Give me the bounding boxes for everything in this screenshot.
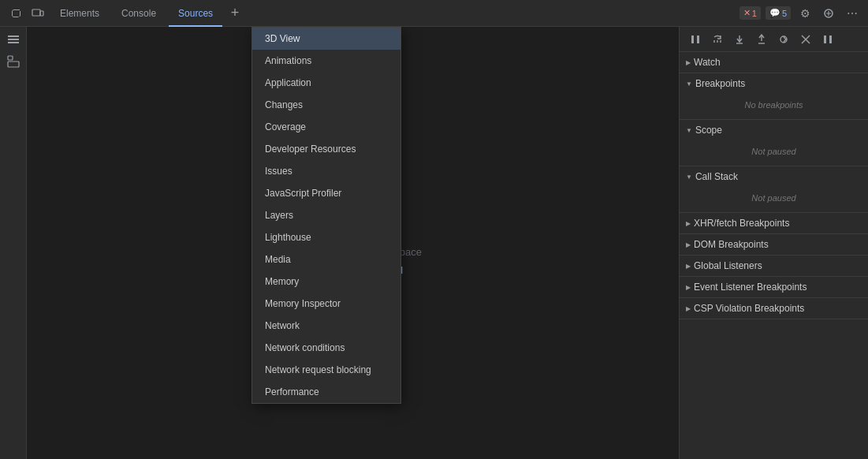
scope-content: Not paused — [680, 140, 868, 166]
debugger-toolbar — [680, 27, 868, 52]
event-arrow-icon: ▶ — [686, 284, 691, 291]
global-listeners-section: ▶ Global Listeners — [680, 256, 868, 277]
dropdown-item-network-request-blocking[interactable]: Network request blocking — [252, 359, 400, 381]
dropdown-item-developer-resources[interactable]: Developer Resources — [252, 138, 400, 160]
svg-rect-3 — [8, 35, 19, 37]
resume-icon[interactable] — [686, 30, 705, 49]
dropdown-item-issues[interactable]: Issues — [252, 160, 400, 182]
dropdown-item-coverage[interactable]: Coverage — [252, 116, 400, 138]
svg-rect-4 — [8, 39, 19, 40]
tab-elements[interactable]: Elements — [50, 0, 109, 27]
error-badge[interactable]: ✕ 1 — [739, 6, 761, 20]
breakpoints-content: No breakpoints — [680, 94, 868, 119]
svg-rect-5 — [8, 42, 19, 43]
step-out-icon[interactable] — [752, 30, 771, 49]
step-over-icon[interactable] — [708, 30, 727, 49]
breakpoints-arrow-icon: ▼ — [686, 80, 692, 88]
call-stack-header[interactable]: ▼ Call Stack — [680, 166, 868, 187]
pause-on-exceptions-icon[interactable] — [818, 30, 837, 49]
step-icon[interactable] — [774, 30, 793, 49]
dropdown-item-lighthouse[interactable]: Lighthouse — [252, 226, 400, 248]
dropdown-item-layers[interactable]: Layers — [252, 204, 400, 226]
dom-breakpoints-header[interactable]: ▶ DOM Breakpoints — [680, 234, 868, 255]
csp-label: CSP Violation Breakpoints — [694, 303, 804, 314]
scope-section: ▼ Scope Not paused — [680, 120, 868, 166]
global-arrow-icon: ▶ — [686, 263, 691, 270]
inspect-icon[interactable] — [6, 4, 25, 23]
top-toolbar: Elements Console Sources + ✕ 1 💬 5 ⚙ ⋯ — [0, 0, 868, 27]
dropdown-item-memory-inspector[interactable]: Memory Inspector — [252, 293, 400, 315]
dropdown-item-memory[interactable]: Memory — [252, 271, 400, 293]
event-label: Event Listener Breakpoints — [694, 282, 807, 293]
dropdown-item-media[interactable]: Media — [252, 248, 400, 271]
scope-header[interactable]: ▼ Scope — [680, 120, 868, 140]
step-into-icon[interactable] — [730, 30, 749, 49]
xhr-label: XHR/fetch Breakpoints — [694, 218, 789, 229]
dropdown-menu: 3D View Animations Application Changes C… — [251, 27, 401, 404]
dom-breakpoints-section: ▶ DOM Breakpoints — [680, 234, 868, 256]
call-stack-content: Not paused — [680, 187, 868, 212]
chat-icon: 💬 — [769, 8, 780, 18]
dropdown-item-network[interactable]: Network — [252, 315, 400, 337]
tab-console[interactable]: Console — [112, 0, 166, 27]
more-options-icon[interactable]: ⋯ — [843, 4, 862, 23]
dropdown-item-network-conditions[interactable]: Network conditions — [252, 337, 400, 359]
xhr-breakpoints-section: ▶ XHR/fetch Breakpoints — [680, 213, 868, 234]
call-stack-not-paused-text: Not paused — [692, 190, 855, 206]
watch-arrow-icon: ▶ — [686, 59, 691, 66]
xhr-breakpoints-header[interactable]: ▶ XHR/fetch Breakpoints — [680, 213, 868, 233]
xhr-arrow-icon: ▶ — [686, 220, 691, 227]
deactivate-breakpoints-icon[interactable] — [796, 30, 815, 49]
center-panel: 3D View Animations Application Changes C… — [27, 27, 679, 459]
call-stack-label: Call Stack — [695, 171, 738, 182]
sidebar-toggle-icon[interactable] — [4, 30, 23, 49]
dropdown-item-javascript-profiler[interactable]: JavaScript Profiler — [252, 182, 400, 204]
dropdown-item-changes[interactable]: Changes — [252, 94, 400, 116]
no-breakpoints-text: No breakpoints — [692, 97, 855, 113]
csp-violation-header[interactable]: ▶ CSP Violation Breakpoints — [680, 298, 868, 319]
breakpoints-header[interactable]: ▼ Breakpoints — [680, 73, 868, 94]
scope-label: Scope — [695, 125, 722, 136]
svg-rect-20 — [824, 35, 826, 43]
error-icon: ✕ — [743, 8, 751, 18]
csp-arrow-icon: ▶ — [686, 305, 691, 312]
svg-rect-6 — [8, 56, 13, 60]
svg-rect-21 — [829, 35, 832, 43]
svg-rect-7 — [8, 62, 19, 67]
add-tab-button[interactable]: + — [225, 4, 244, 23]
error-count: 1 — [752, 9, 757, 18]
svg-rect-9 — [697, 35, 699, 43]
watch-header[interactable]: ▶ Watch — [680, 52, 868, 73]
call-stack-section: ▼ Call Stack Not paused — [680, 166, 868, 213]
svg-rect-0 — [32, 9, 40, 16]
dock-icon[interactable] — [819, 4, 838, 23]
dropdown-item-3d-view[interactable]: 3D View — [252, 28, 400, 50]
csp-violation-section: ▶ CSP Violation Breakpoints — [680, 298, 868, 319]
dom-arrow-icon: ▶ — [686, 241, 691, 248]
watch-label: Watch — [694, 57, 721, 68]
scope-arrow-icon: ▼ — [686, 127, 692, 134]
svg-rect-8 — [691, 35, 694, 43]
dom-label: DOM Breakpoints — [694, 239, 769, 250]
main-content: 3D View Animations Application Changes C… — [0, 27, 868, 459]
event-listener-header[interactable]: ▶ Event Listener Breakpoints — [680, 277, 868, 297]
settings-icon[interactable]: ⚙ — [795, 4, 814, 23]
info-badge[interactable]: 💬 5 — [766, 6, 791, 20]
tab-sources[interactable]: Sources — [169, 0, 222, 27]
device-toolbar-icon[interactable] — [28, 4, 47, 23]
toolbar-left: Elements Console Sources + — [6, 0, 739, 27]
filesystem-icon[interactable] — [4, 52, 23, 71]
toolbar-right: ✕ 1 💬 5 ⚙ ⋯ — [739, 4, 862, 23]
left-sidebar — [0, 27, 27, 459]
svg-rect-1 — [40, 11, 43, 16]
dropdown-item-animations[interactable]: Animations — [252, 50, 400, 72]
global-listeners-header[interactable]: ▶ Global Listeners — [680, 256, 868, 276]
watch-section: ▶ Watch — [680, 52, 868, 73]
event-listener-section: ▶ Event Listener Breakpoints — [680, 277, 868, 298]
dropdown-item-performance[interactable]: Performance — [252, 381, 400, 403]
scope-not-paused-text: Not paused — [692, 144, 855, 159]
dropdown-item-application[interactable]: Application — [252, 72, 400, 94]
breakpoints-section: ▼ Breakpoints No breakpoints — [680, 73, 868, 120]
call-stack-arrow-icon: ▼ — [686, 174, 692, 181]
global-label: Global Listeners — [694, 260, 762, 271]
